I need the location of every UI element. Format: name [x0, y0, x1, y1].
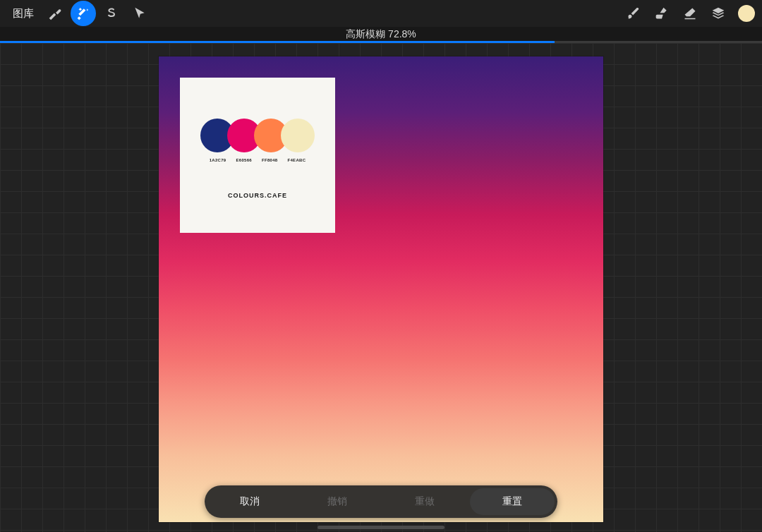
swatch-hex-labels: 1A2C79 E60566 FF8048 F4EABC [210, 158, 306, 162]
filter-name: 高斯模糊 [346, 28, 385, 40]
undo-button[interactable]: 撤销 [295, 488, 380, 515]
brush-icon [627, 6, 641, 20]
layers-icon [711, 6, 725, 20]
pointer-arrow-icon [133, 6, 147, 20]
brush-tool-button[interactable] [621, 1, 646, 26]
filter-action-bar: 取消 撤销 重做 重置 [205, 485, 557, 518]
swatch-hex-1: 1A2C79 [210, 158, 226, 162]
layers-button[interactable] [706, 1, 731, 26]
palette-reference-card: 1A2C79 E60566 FF8048 F4EABC COLOURS.CAFE [180, 78, 335, 233]
cancel-button[interactable]: 取消 [207, 488, 292, 515]
filter-title: 高斯模糊 72.8% [0, 28, 762, 41]
swatch-row [200, 119, 315, 152]
transform-pointer-button[interactable] [127, 1, 152, 26]
filter-percent: 72.8% [388, 28, 416, 40]
selection-tool-button[interactable] [99, 1, 124, 26]
swatch-4 [281, 119, 315, 152]
smudge-tool-button[interactable] [649, 1, 675, 26]
reset-button[interactable]: 重置 [470, 488, 555, 515]
redo-button[interactable]: 重做 [382, 488, 467, 515]
selection-s-icon [104, 6, 119, 20]
magic-wand-icon [76, 6, 90, 20]
swatch-hex-3: FF8048 [262, 158, 277, 162]
current-color-chip[interactable] [738, 5, 755, 22]
palette-brand: COLOURS.CAFE [228, 192, 287, 199]
artwork-canvas[interactable]: 1A2C79 E60566 FF8048 F4EABC COLOURS.CAFE [159, 56, 603, 522]
eraser-tool-button[interactable] [677, 1, 703, 26]
home-indicator [318, 526, 445, 529]
swatch-hex-4: F4EABC [288, 158, 306, 162]
wrench-icon [48, 6, 62, 20]
swatch-hex-2: E60566 [236, 158, 253, 162]
top-toolbar: 图库 [0, 0, 762, 27]
actions-wrench-button[interactable] [42, 1, 68, 26]
smudge-icon [655, 6, 669, 20]
gallery-button[interactable]: 图库 [7, 7, 40, 20]
adjustments-wand-button[interactable] [71, 1, 96, 26]
eraser-icon [683, 6, 697, 20]
